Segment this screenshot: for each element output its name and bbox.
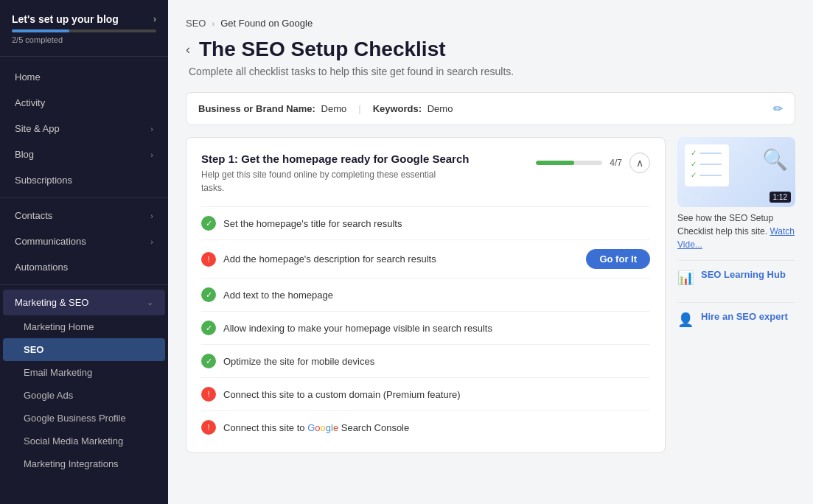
keywords-label: Keywords:: [373, 103, 422, 114]
task-left: ! Add the homepage's description for sea…: [201, 252, 436, 267]
video-text: See how the SEO Setup Checklist help thi…: [677, 211, 795, 251]
task-item: ✓ Add text to the homepage: [201, 278, 650, 311]
task-left: ✓ Add text to the homepage: [201, 287, 333, 302]
task-label: Add text to the homepage: [223, 290, 333, 301]
task-left: ✓ Set the homepage's title for search re…: [201, 216, 402, 231]
keywords-field: Keywords: Demo: [373, 103, 453, 114]
main-content: SEO › Get Found on Google ‹ The SEO Setu…: [168, 0, 813, 504]
sidebar-item-email-marketing-label: Email Marketing: [24, 367, 92, 378]
video-thumb-list: ✓ ✓ ✓: [685, 144, 729, 186]
task-item: ! Connect this site to Google Search Con…: [201, 410, 650, 444]
blog-title[interactable]: Let's set up your blog ›: [12, 13, 156, 25]
page-title: The SEO Setup Checklist: [199, 38, 446, 61]
edit-icon[interactable]: ✏: [773, 102, 783, 116]
chevron-down-icon: ⌄: [147, 298, 153, 307]
hire-seo-expert-link[interactable]: 👤 Hire an SEO expert: [677, 302, 795, 335]
video-list-item: ✓: [691, 149, 723, 157]
sidebar-item-communications[interactable]: Communications ›: [3, 228, 165, 254]
sidebar-item-email-marketing[interactable]: Email Marketing: [3, 361, 165, 384]
google-o2-2: e: [333, 422, 338, 433]
person-icon: 👤: [677, 312, 694, 328]
task-left: ! Connect this site to a custom domain (…: [201, 387, 461, 402]
task-status-icon: !: [201, 387, 216, 402]
step-desc: Help get this site found online by compl…: [201, 168, 459, 195]
sidebar-item-home[interactable]: Home: [3, 64, 165, 90]
video-description: See how the SEO Setup Checklist help thi…: [677, 213, 773, 237]
task-status-icon: !: [201, 252, 216, 267]
sidebar-item-site-app[interactable]: Site & App ›: [3, 116, 165, 141]
task-left: ✓ Optimize the site for mobile devices: [201, 354, 374, 368]
video-thumbnail[interactable]: ✓ ✓ ✓: [677, 137, 795, 207]
chevron-right-icon: ›: [150, 237, 153, 246]
sidebar-item-google-ads-label: Google Ads: [24, 390, 73, 401]
two-col-layout: Step 1: Get the homepage ready for Googl…: [186, 137, 795, 453]
progress-bar-container: [12, 29, 156, 32]
sidebar-item-blog-label: Blog: [15, 149, 34, 160]
sidebar-item-blog[interactable]: Blog ›: [3, 141, 165, 167]
step-progress: 4/7 ∧: [536, 153, 650, 173]
task-list: ✓ Set the homepage's title for search re…: [201, 206, 650, 444]
breadcrumb: SEO › Get Found on Google: [186, 18, 795, 29]
task-status-icon: ✓: [201, 354, 216, 368]
video-duration: 1:12: [770, 192, 791, 203]
sidebar-item-automations-label: Automations: [15, 262, 68, 273]
sidebar-item-marketing-home-label: Marketing Home: [24, 321, 94, 332]
video-thumb-content: ✓ ✓ ✓: [677, 137, 736, 194]
list-line: [699, 164, 722, 165]
task-label: Add the homepage's description for searc…: [223, 253, 436, 265]
breadcrumb-separator-icon: ›: [212, 19, 214, 28]
task-item: ! Add the homepage's description for sea…: [201, 239, 650, 278]
sidebar-item-marketing-home[interactable]: Marketing Home: [3, 315, 165, 338]
brand-value: Demo: [321, 103, 347, 114]
sidebar-item-communications-label: Communications: [15, 236, 86, 247]
task-label: Connect this site to a custom domain (Pr…: [223, 389, 461, 400]
sidebar-item-contacts[interactable]: Contacts ›: [3, 203, 165, 228]
task-status-icon: ✓: [201, 321, 216, 335]
step-collapse-button[interactable]: ∧: [629, 153, 650, 173]
task-item: ✓ Allow indexing to make your homepage v…: [201, 311, 650, 344]
breadcrumb-seo[interactable]: SEO: [186, 18, 206, 29]
sidebar-header: Let's set up your blog › 2/5 completed: [0, 0, 168, 52]
hire-seo-expert-label: Hire an SEO expert: [701, 310, 788, 323]
task-item: ✓ Optimize the site for mobile devices: [201, 344, 650, 377]
chart-icon: 📊: [677, 270, 694, 286]
step-progress-fill: [536, 161, 573, 165]
google-o1: o: [315, 422, 320, 433]
check-icon: ✓: [691, 160, 697, 168]
step-title: Step 1: Get the homepage ready for Googl…: [201, 153, 469, 165]
go-for-it-button[interactable]: Go for It: [586, 249, 650, 269]
side-panel-inner: ✓ ✓ ✓: [677, 137, 795, 335]
sidebar-item-google-ads[interactable]: Google Ads: [3, 384, 165, 407]
sidebar-item-activity-label: Activity: [15, 97, 45, 108]
brand-name-field: Business or Brand Name: Demo: [198, 103, 346, 114]
sidebar-item-seo[interactable]: SEO: [3, 338, 165, 361]
checklist-section: Step 1: Get the homepage ready for Googl…: [186, 137, 666, 453]
breadcrumb-current: Get Found on Google: [220, 18, 313, 29]
step-header: Step 1: Get the homepage ready for Googl…: [201, 153, 650, 195]
sidebar-item-google-business-label: Google Business Profile: [24, 413, 126, 424]
seo-learning-hub-link[interactable]: 📊 SEO Learning Hub: [677, 260, 795, 293]
video-section: ✓ ✓ ✓: [677, 137, 795, 251]
sidebar-item-home-label: Home: [15, 71, 41, 83]
back-button[interactable]: ‹: [186, 42, 190, 57]
sidebar-nav: Home Activity Site & App › Blog › Subscr…: [0, 61, 168, 504]
task-label: Connect this site to Google Search Conso…: [223, 422, 409, 433]
sidebar-item-social-media[interactable]: Social Media Marketing: [3, 430, 165, 452]
blog-title-text: Let's set up your blog: [12, 13, 119, 25]
chevron-right-icon: ›: [150, 211, 153, 220]
sidebar: Let's set up your blog › 2/5 completed H…: [0, 0, 168, 504]
video-list-item: ✓: [691, 160, 723, 168]
sidebar-item-subscriptions[interactable]: Subscriptions: [3, 167, 165, 193]
brand-label: Business or Brand Name:: [198, 103, 315, 114]
sidebar-item-automations[interactable]: Automations: [3, 254, 165, 280]
sidebar-item-marketing-integrations[interactable]: Marketing Integrations: [3, 452, 165, 475]
google-g2: g: [326, 422, 331, 433]
sidebar-item-marketing-seo[interactable]: Marketing & SEO ⌄: [3, 290, 165, 315]
task-status-icon: ✓: [201, 287, 216, 302]
check-icon: ✓: [691, 149, 697, 157]
sidebar-item-google-business[interactable]: Google Business Profile: [3, 407, 165, 430]
info-bar-left: Business or Brand Name: Demo | Keywords:…: [198, 103, 453, 114]
task-left: ✓ Allow indexing to make your homepage v…: [201, 321, 492, 335]
sidebar-item-site-app-label: Site & App: [15, 123, 60, 134]
sidebar-item-activity[interactable]: Activity: [3, 90, 165, 116]
